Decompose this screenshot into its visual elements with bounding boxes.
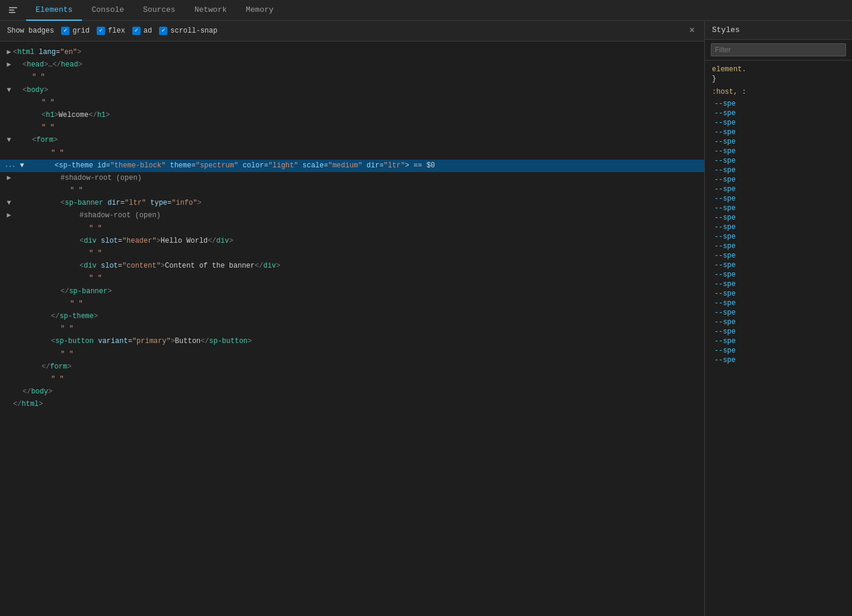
- badge-scroll-snap-label: scroll-snap: [170, 27, 217, 35]
- styles-rule-host: :host, : --spe --spe --spe --spe --spe -…: [712, 88, 845, 364]
- spe-item: --spe: [712, 138, 845, 146]
- expand-arrow[interactable]: ▶: [5, 47, 13, 58]
- badges-bar: Show badges grid flex ad scroll-snap ×: [0, 21, 704, 42]
- spe-item: --spe: [712, 271, 845, 279]
- styles-panel: Styles element. } :host, : --spe --spe -…: [705, 21, 852, 616]
- badge-ad[interactable]: ad: [132, 27, 152, 35]
- svg-rect-0: [9, 7, 17, 8]
- spe-item: --spe: [712, 328, 845, 336]
- spe-item: --spe: [712, 337, 845, 345]
- spe-item: --spe: [712, 128, 845, 136]
- spe-item: --spe: [712, 223, 845, 231]
- dom-line[interactable]: ▶ <div slot="content">Content of the ban…: [0, 260, 704, 272]
- dom-line[interactable]: ▶ <div slot="header">Hello World</div>: [0, 235, 704, 247]
- badge-grid-checkbox[interactable]: [61, 27, 69, 35]
- dom-line[interactable]: ▶ " ": [0, 223, 704, 235]
- tab-elements[interactable]: Elements: [26, 0, 82, 21]
- badge-grid-label: grid: [72, 27, 90, 35]
- spe-item: --spe: [712, 290, 845, 298]
- spe-item: --spe: [712, 299, 845, 307]
- dom-line[interactable]: ▶ <h1>Welcome</h1>: [0, 109, 704, 122]
- spe-item: --spe: [712, 195, 845, 203]
- spe-item: --spe: [712, 214, 845, 222]
- spe-item: --spe: [712, 356, 845, 364]
- dom-line[interactable]: ▶ " ": [0, 185, 704, 197]
- spe-item: --spe: [712, 157, 845, 165]
- spe-item: --spe: [712, 166, 845, 174]
- tab-console[interactable]: Console: [82, 0, 133, 21]
- styles-selector-host: :host, :: [712, 88, 845, 96]
- spe-item: --spe: [712, 119, 845, 127]
- spe-item: --spe: [712, 109, 845, 118]
- dom-line[interactable]: ▶ " ": [0, 323, 704, 335]
- dom-line[interactable]: ▶ <head>…</head>: [0, 59, 704, 71]
- dom-line[interactable]: ▶ </body>: [0, 386, 704, 398]
- dom-panel: Show badges grid flex ad scroll-snap ×: [0, 21, 705, 616]
- dom-line[interactable]: ▶ </sp-theme>: [0, 310, 704, 323]
- styles-content[interactable]: element. } :host, : --spe --spe --spe --…: [705, 61, 852, 616]
- spe-item: --spe: [712, 176, 845, 184]
- spe-item: --spe: [712, 233, 845, 241]
- dom-line[interactable]: ▶ <sp-button variant="primary">Button</s…: [0, 335, 704, 348]
- styles-brace: }: [712, 75, 845, 83]
- dom-line[interactable]: ▶ " ": [0, 298, 704, 310]
- dom-line[interactable]: ▶ </form>: [0, 361, 704, 373]
- styles-filter: [705, 40, 852, 61]
- dom-line[interactable]: ▼ <body>: [0, 84, 704, 97]
- dom-line[interactable]: ▶ " ": [0, 272, 704, 285]
- main-layout: Show badges grid flex ad scroll-snap ×: [0, 21, 852, 616]
- badge-flex[interactable]: flex: [97, 27, 125, 35]
- badge-scroll-snap-checkbox[interactable]: [159, 27, 167, 35]
- dom-line[interactable]: ▶ " ": [0, 373, 704, 386]
- spe-item: --spe: [712, 147, 845, 155]
- spe-item: --spe: [712, 318, 845, 326]
- dom-line[interactable]: ▶ " ": [0, 147, 704, 160]
- styles-selector: element.: [712, 65, 845, 74]
- tab-network[interactable]: Network: [185, 0, 237, 21]
- spe-item: --spe: [712, 185, 845, 193]
- spe-item: --spe: [712, 252, 845, 260]
- styles-header: Styles: [705, 21, 852, 40]
- dom-line[interactable]: ▶ #shadow-root (open): [0, 209, 704, 222]
- badge-flex-checkbox[interactable]: [97, 27, 105, 35]
- badge-ad-checkbox[interactable]: [132, 27, 141, 35]
- dom-line[interactable]: ▶ " ": [0, 97, 704, 109]
- spe-item: --spe: [712, 100, 845, 108]
- svg-rect-1: [9, 9, 14, 11]
- tab-bar: Elements Console Sources Network Memory: [0, 0, 852, 21]
- dom-line[interactable]: ▶ " ": [0, 348, 704, 361]
- badge-grid[interactable]: grid: [61, 27, 90, 35]
- dom-line[interactable]: ▶ " ": [0, 247, 704, 260]
- badge-ad-label: ad: [144, 27, 152, 35]
- dom-line[interactable]: ▶ " ": [0, 122, 704, 134]
- tab-sources[interactable]: Sources: [133, 0, 185, 21]
- dom-line-selected[interactable]: ... ▼ <sp-theme id="theme-block" theme="…: [0, 160, 704, 172]
- spe-item: --spe: [712, 242, 845, 250]
- dom-line[interactable]: ▶ </html>: [0, 398, 704, 411]
- dom-line[interactable]: ▶ <html lang="en">: [0, 46, 704, 59]
- tab-memory[interactable]: Memory: [236, 0, 283, 21]
- badges-label: Show badges: [7, 27, 54, 35]
- spe-item: --spe: [712, 347, 845, 355]
- svg-rect-2: [9, 12, 15, 13]
- spe-item: --spe: [712, 204, 845, 212]
- dom-tree[interactable]: ▶ <html lang="en"> ▶ <head>…</head> ▶ " …: [0, 42, 704, 616]
- spe-items: --spe --spe --spe --spe --spe --spe --sp…: [712, 97, 845, 364]
- spe-item: --spe: [712, 309, 845, 317]
- dom-line[interactable]: ▶ #shadow-root (open): [0, 172, 704, 185]
- styles-filter-input[interactable]: [711, 43, 846, 56]
- dom-line[interactable]: ▶ </sp-banner>: [0, 285, 704, 298]
- spe-item: --spe: [712, 280, 845, 288]
- dom-line[interactable]: ▼ <form>: [0, 134, 704, 147]
- badge-flex-label: flex: [108, 27, 125, 35]
- styles-rule-element: element. }: [712, 65, 845, 83]
- devtools-icon: [5, 2, 21, 18]
- badge-scroll-snap[interactable]: scroll-snap: [159, 27, 217, 35]
- badges-close-button[interactable]: ×: [686, 26, 697, 36]
- dom-line[interactable]: ▼ <sp-banner dir="ltr" type="info">: [0, 197, 704, 209]
- spe-item: --spe: [712, 261, 845, 269]
- dom-line[interactable]: ▶ " ": [0, 71, 704, 84]
